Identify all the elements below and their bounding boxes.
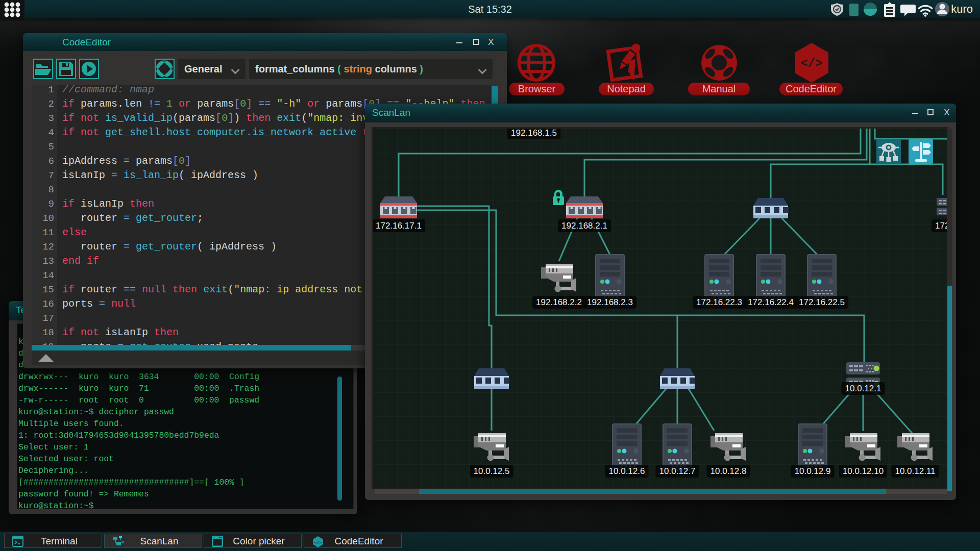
svg-text:</>: </> — [800, 57, 822, 70]
